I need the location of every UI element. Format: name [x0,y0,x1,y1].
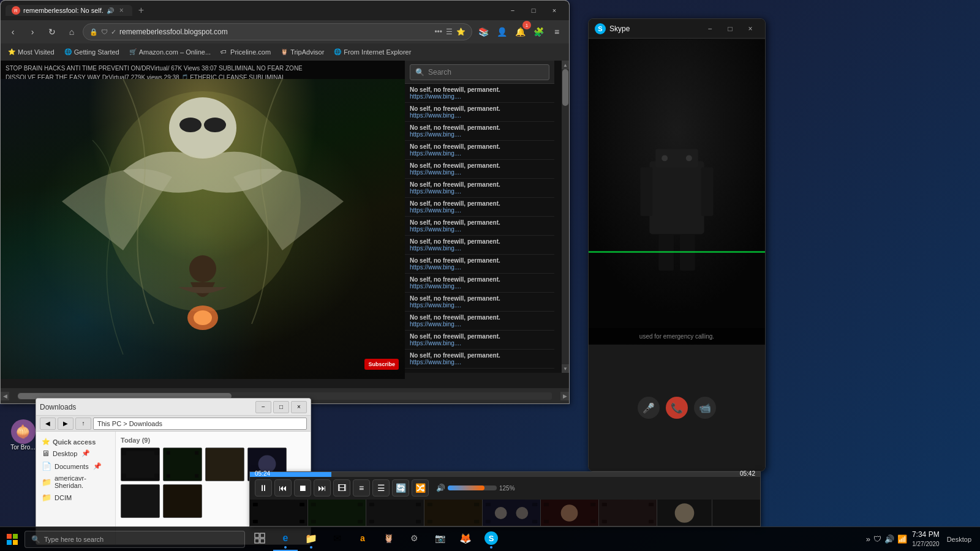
more-btn[interactable]: ••• [434,28,442,36]
explorer-dcim-item[interactable]: 📁 DCIM [39,491,113,504]
taskbar-tripadvisor-app[interactable]: 🦉 [376,527,401,552]
taskbar-edge-app[interactable]: e [273,527,298,552]
filmstrip-item-1[interactable] [250,500,308,526]
media-frame-btn[interactable]: 🎞 [333,479,350,497]
media-prev-btn[interactable]: ⏮ [274,479,292,497]
comment-url-8[interactable]: https://www.bing.... [410,245,549,252]
address-text[interactable]: rememeberlessfool.blogspot.com [119,28,431,36]
new-tab-btn[interactable]: + [134,5,149,16]
comment-url-14[interactable]: https://www.bing.... [410,359,549,365]
address-bar[interactable]: 🔒 🛡 ✓ rememeberlessfool.blogspot.com •••… [83,23,472,40]
explorer-up[interactable]: ↑ [75,418,91,430]
explorer-forward[interactable]: ▶ [58,418,74,430]
skype-close[interactable]: × [742,22,759,36]
skype-mute-btn[interactable]: 🎤 [638,397,660,419]
scroll-down-arrow[interactable]: ▼ [562,364,569,373]
filmstrip-item-3[interactable] [366,500,424,526]
explorer-desktop-item[interactable]: 🖥 Desktop 📌 [39,447,113,460]
comment-url-3[interactable]: https://www.bing.... [410,150,549,157]
comment-url-11[interactable]: https://www.bing.... [410,302,549,309]
taskbar-search[interactable]: 🔍 Type here to search [24,531,245,548]
file-thumb-5[interactable] [121,484,160,518]
comment-url-10[interactable]: https://www.bing.... [410,283,549,290]
h-scroll-left[interactable]: ◀ [1,392,9,400]
explorer-documents-item[interactable]: 📄 Documents 📌 [39,460,113,473]
show-desktop-btn[interactable]: Desktop [944,536,974,543]
active-tab[interactable]: R rememberlessfool: No self. 🔊 × [6,5,132,16]
home-btn[interactable]: ⌂ [63,23,80,40]
h-scroll-right[interactable]: ▶ [560,392,569,400]
skype-maximize[interactable]: □ [722,22,739,36]
comment-url-6[interactable]: https://www.bing.... [410,207,549,214]
bookmark-star[interactable]: ⭐ [456,28,466,36]
taskbar-amazon-app[interactable]: a [350,527,375,552]
bookmark-amazon[interactable]: 🛒 Amazon.com – Online... [126,47,214,57]
scroll-thumb[interactable] [562,69,568,106]
comment-url-12[interactable]: https://www.bing.... [410,321,549,328]
extensions-btn[interactable]: 🧩 [530,23,547,40]
taskbar-time[interactable]: 7:34 PM 1/27/2020 [912,530,940,548]
comment-url-4[interactable]: https://www.bing.... [410,169,549,176]
explorer-back[interactable]: ◀ [40,418,56,430]
filmstrip-item-8[interactable] [657,500,712,526]
volume-bar[interactable] [448,485,497,490]
collections-btn[interactable]: 📚 [475,23,492,40]
explorer-close[interactable]: × [291,401,307,413]
media-stop-btn[interactable]: ⏹ [294,479,311,497]
taskbar-firefox-app[interactable]: 🦊 [453,527,478,552]
explorer-americavr-item[interactable]: 📁 americavr-Sheridan. [39,473,113,491]
explorer-maximize[interactable]: □ [273,401,289,413]
explorer-address[interactable]: This PC > Downloads [93,418,307,430]
profile-btn[interactable]: 👤 [493,23,510,40]
file-thumb-1[interactable] [121,448,160,481]
back-btn[interactable]: ‹ [4,23,21,40]
taskbar-settings-app[interactable]: ⚙ [402,527,426,552]
bookmark-most-visited[interactable]: ⭐ Most Visited [4,47,58,57]
right-scrollbar[interactable]: ▲ ▼ [562,61,569,373]
comment-url-0[interactable]: https://www.bing.... [410,93,549,100]
forward-btn[interactable]: › [24,23,41,40]
taskbar-explorer-app[interactable]: 📁 [299,527,323,552]
explorer-minimize[interactable]: − [255,401,271,413]
comment-url-9[interactable]: https://www.bing.... [410,264,549,271]
search-input-area[interactable]: 🔍 Search [410,64,549,80]
media-chapters-btn[interactable]: ≡ [353,479,370,497]
bookmark-tripadvisor[interactable]: 🦉 TripAdvisor [277,47,328,57]
refresh-btn[interactable]: ↻ [43,23,61,40]
comment-url-5[interactable]: https://www.bing.... [410,188,549,195]
media-loop-btn[interactable]: 🔄 [392,479,409,497]
skype-video-btn[interactable]: 📹 [694,397,716,419]
filmstrip-item-6[interactable] [541,500,599,526]
filmstrip-item-2[interactable] [308,500,366,526]
start-button[interactable] [0,527,24,552]
taskbar-mail-app[interactable]: ✉ [325,527,349,552]
maximize-btn[interactable]: □ [524,4,543,17]
taskbar-task-view[interactable] [247,527,272,552]
media-shuffle-btn[interactable]: 🔀 [412,479,429,497]
media-progress-bar[interactable]: 05:24 05:42 [250,472,760,477]
bookmark-priceline[interactable]: 🏷 Priceline.com [217,47,274,57]
file-thumb-6[interactable] [163,484,202,518]
filmstrip-item-4[interactable] [424,500,483,526]
subscribe-btn[interactable]: Subscribe [364,359,399,370]
minimize-btn[interactable]: − [503,4,522,17]
bookmark-from-ie[interactable]: 🌐 From Internet Explorer [330,47,415,57]
tab-audio[interactable]: 🔊 [107,7,114,14]
comment-url-2[interactable]: https://www.bing.... [410,131,549,138]
file-thumb-3[interactable] [205,448,244,481]
notification-btn[interactable]: 🔔 1 [511,23,529,40]
taskbar-skype-app[interactable]: S [479,527,503,552]
network-icon[interactable]: 📶 [897,534,907,544]
filmstrip-item-7[interactable] [599,500,657,526]
menu-btn[interactable]: ≡ [548,23,565,40]
chevron-icon[interactable]: » [866,534,870,544]
media-list-btn[interactable]: ☰ [372,479,390,497]
skype-minimize[interactable]: − [701,22,718,36]
taskbar-camera-app[interactable]: 📷 [428,527,452,552]
scroll-up-arrow[interactable]: ▲ [562,61,569,69]
media-next-btn[interactable]: ⏭ [314,479,331,497]
media-pause-btn[interactable]: ⏸ [255,479,272,497]
skype-end-call-btn[interactable]: 📞 [666,397,688,419]
comment-url-13[interactable]: https://www.bing.... [410,340,549,347]
bookmark-getting-started[interactable]: 🌐 Getting Started [61,47,123,57]
